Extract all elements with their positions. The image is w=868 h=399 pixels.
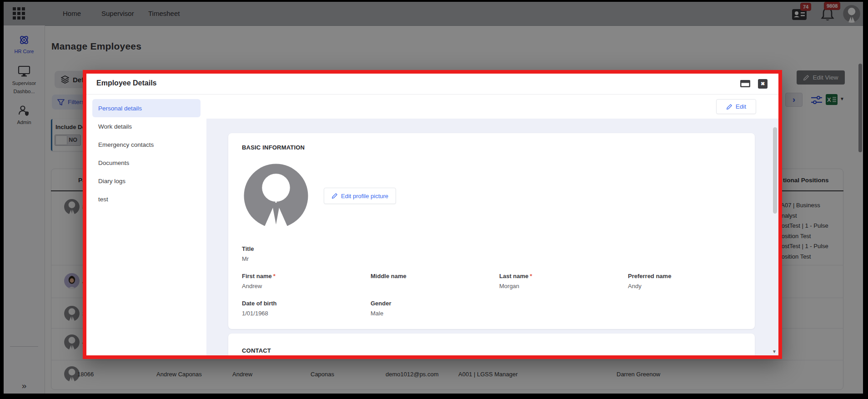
tab-documents[interactable]: Documents [92,154,201,172]
required-asterisk: * [530,273,532,279]
field-date-of-birth: Date of birth 1/01/1968 [242,300,371,317]
tab-emergency-contacts[interactable]: Emergency contacts [92,135,201,154]
modal-body: Personal details Work details Emergency … [86,95,778,355]
field-preferred-name-value: Andy [628,283,757,290]
employee-details-modal: Employee Details ✖ Personal details Work… [83,70,782,359]
scroll-down-arrow-icon[interactable]: ▼ [772,349,777,354]
tab-work-details[interactable]: Work details [92,117,201,135]
pencil-icon [331,193,338,199]
tab-diary-logs[interactable]: Diary logs [92,172,201,190]
app-window: Home Supervisor Timesheet 74 9808 [4,2,863,394]
contact-card: CONTACT [228,334,755,355]
edit-profile-picture-button[interactable]: Edit profile picture [324,188,396,204]
edit-button[interactable]: Edit [716,99,756,114]
close-icon[interactable]: ✖ [758,79,768,89]
maximize-window-icon[interactable] [740,80,750,87]
edit-button-label: Edit [736,103,746,110]
field-title: Title Mr [242,245,741,263]
modal-scrollbar-thumb[interactable] [773,127,777,214]
field-last-name-value: Morgan [499,283,628,290]
basic-information-card: BASIC INFORMATION Edit profile picture [228,133,755,329]
field-first-name: First name* Andrew [242,273,371,290]
field-gender: Gender Male [371,300,499,317]
edit-toolbar: Edit [206,95,778,119]
modal-content: Edit BASIC INFORMATION [206,95,778,355]
required-asterisk: * [273,273,276,279]
field-date-of-birth-value: 1/01/1968 [242,310,371,317]
tab-test[interactable]: test [92,190,201,208]
field-preferred-name: Preferred name Andy [628,273,757,290]
field-middle-name: Middle name [371,273,499,290]
field-first-name-value: Andrew [242,283,371,290]
basic-information-heading: BASIC INFORMATION [242,144,741,151]
profile-picture [242,162,310,230]
modal-tab-list: Personal details Work details Emergency … [86,95,206,355]
field-last-name: Last name* Morgan [499,273,628,290]
modal-title: Employee Details [96,79,157,87]
modal-header: Employee Details ✖ [86,74,778,95]
pencil-icon [726,104,733,110]
field-middle-name-value [371,283,499,290]
field-title-value: Mr [242,255,741,263]
contact-heading: CONTACT [242,347,741,354]
details-scroll-area: BASIC INFORMATION Edit profile picture [206,119,778,355]
edit-profile-picture-label: Edit profile picture [341,193,388,200]
field-gender-value: Male [371,310,499,317]
tab-personal-details[interactable]: Personal details [92,99,201,117]
